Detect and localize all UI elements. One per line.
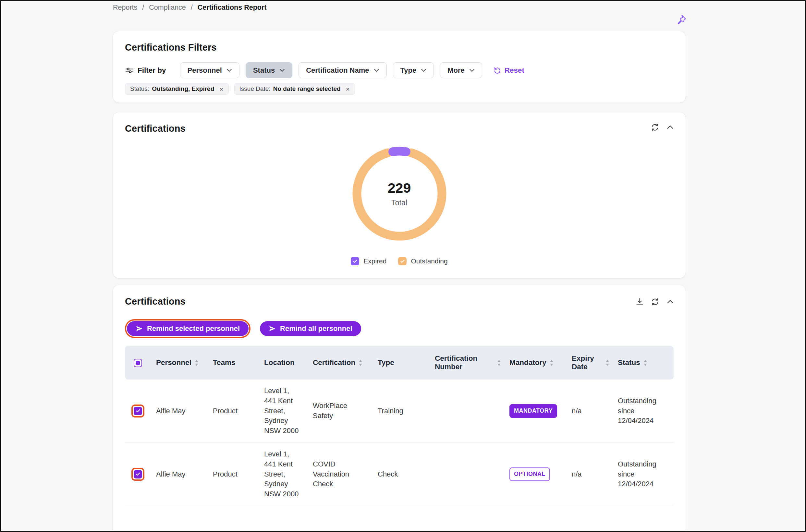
table-header-row: Personnel Teams Location Certification — [125, 346, 674, 380]
collapse-icon[interactable] — [666, 123, 675, 132]
cell-certification-number — [430, 380, 504, 443]
select-all-checkbox[interactable] — [134, 359, 142, 367]
certifications-chart-card: Certifications 229 Total — [113, 112, 686, 278]
chevron-down-icon — [469, 69, 475, 72]
cell-teams: Product — [208, 380, 259, 443]
highlight-ring — [131, 404, 144, 417]
collapse-icon[interactable] — [666, 298, 675, 306]
highlight-ring: Remind selected personnel — [125, 319, 250, 338]
pin-icon[interactable] — [675, 14, 687, 26]
column-header-certification[interactable]: Certification — [307, 346, 373, 380]
filters-card-title: Certifications Filters — [125, 42, 674, 53]
sort-icon — [359, 360, 362, 366]
table-row: Alfie May Product Level 1, 441 Kent Stre… — [125, 443, 674, 506]
sort-icon — [195, 360, 199, 366]
donut-total-value: 229 — [388, 180, 411, 196]
breadcrumb-current-page: Certifications Report — [198, 4, 267, 12]
remind-selected-personnel-button[interactable]: Remind selected personnel — [127, 321, 248, 336]
optional-badge: OPTIONAL — [509, 468, 550, 481]
row-checkbox[interactable] — [134, 407, 142, 415]
filter-dropdown-certification-name[interactable]: Certification Name — [299, 62, 387, 78]
donut-center-label: 229 Total — [351, 145, 448, 242]
sort-icon — [497, 360, 501, 366]
cell-mandatory: OPTIONAL — [504, 443, 566, 506]
breadcrumb-separator: / — [142, 4, 144, 12]
legend-item-outstanding: Outstanding — [398, 257, 447, 265]
chart-legend: Expired Outstanding — [113, 257, 686, 265]
sort-icon — [643, 360, 647, 366]
remind-all-personnel-button[interactable]: Remind all personnel — [260, 321, 361, 336]
breadcrumb-separator: / — [191, 4, 193, 12]
cell-mandatory: MANDATORY — [504, 380, 566, 443]
cell-expiry-date: n/a — [566, 380, 613, 443]
sort-icon — [605, 360, 610, 366]
refresh-icon[interactable] — [651, 298, 659, 306]
send-icon — [136, 325, 143, 332]
legend-checkbox-outstanding[interactable] — [398, 257, 407, 265]
chevron-down-icon — [421, 69, 426, 72]
certifications-filters-card: Certifications Filters Filter by Personn… — [113, 31, 686, 102]
cell-personnel: Alfie May — [151, 443, 208, 506]
certifications-report-page: Reports / Compliance / Certifications Re… — [0, 0, 806, 532]
column-header-status[interactable]: Status — [613, 346, 674, 380]
table-row: Alfie May Product Level 1, 441 Kent Stre… — [125, 380, 674, 443]
breadcrumb: Reports / Compliance / Certifications Re… — [113, 4, 266, 12]
column-header-teams: Teams — [208, 346, 259, 380]
filter-row: Filter by Personnel Status Certification… — [125, 62, 674, 78]
chevron-down-icon — [279, 69, 285, 72]
column-header-type: Type — [373, 346, 430, 380]
chip-close-icon[interactable]: × — [219, 86, 223, 92]
refresh-icon[interactable] — [651, 123, 659, 132]
filter-dropdown-personnel[interactable]: Personnel — [180, 62, 240, 78]
chart-card-title: Certifications — [125, 123, 674, 134]
filter-dropdown-status[interactable]: Status — [246, 62, 292, 78]
send-icon — [269, 325, 276, 332]
breadcrumb-compliance[interactable]: Compliance — [149, 4, 186, 12]
certifications-table-card: Certifications Remind sele — [113, 285, 686, 532]
cell-certification: WorkPlace Safety — [307, 380, 373, 443]
column-header-personnel[interactable]: Personnel — [151, 346, 208, 380]
cell-status: Outstanding since 12/04/2024 — [613, 443, 674, 506]
column-header-location: Location — [259, 346, 307, 380]
active-filter-chips: Status: Outstanding, Expired × Issue Dat… — [125, 83, 674, 95]
donut-chart: 229 Total — [351, 145, 448, 242]
reset-filters-button[interactable]: Reset — [493, 66, 524, 75]
cell-personnel: Alfie May — [151, 380, 208, 443]
download-icon[interactable] — [635, 298, 644, 306]
cell-expiry-date: n/a — [566, 443, 613, 506]
remind-buttons-row: Remind selected personnel Remind all per… — [125, 319, 674, 338]
cell-certification: COVID Vaccination Check — [307, 443, 373, 506]
table-card-title: Certifications — [125, 296, 674, 307]
chip-close-icon[interactable]: × — [346, 86, 350, 92]
column-header-certification-number[interactable]: Certification Number — [430, 346, 504, 380]
filter-dropdown-type[interactable]: Type — [393, 62, 434, 78]
sort-icon — [550, 360, 554, 366]
cell-teams: Product — [208, 443, 259, 506]
column-header-mandatory[interactable]: Mandatory — [504, 346, 566, 380]
select-all-checkbox-header[interactable] — [125, 346, 151, 380]
chip-status-filter: Status: Outstanding, Expired × — [125, 83, 229, 95]
reset-icon — [493, 66, 501, 74]
cell-status: Outstanding since 12/04/2024 — [613, 380, 674, 443]
filter-sliders-icon — [125, 66, 133, 75]
filter-dropdown-more[interactable]: More — [440, 62, 482, 78]
chip-issue-date-filter: Issue Date: No date range selected × — [234, 83, 355, 95]
breadcrumb-reports[interactable]: Reports — [113, 4, 137, 12]
legend-item-expired: Expired — [351, 257, 387, 265]
column-header-expiry-date[interactable]: Expiry Date — [566, 346, 613, 380]
cell-location: Level 1, 441 Kent Street, Sydney NSW 200… — [259, 380, 307, 443]
cell-type: Training — [373, 380, 430, 443]
legend-checkbox-expired[interactable] — [351, 257, 359, 265]
cell-certification-number — [430, 443, 504, 506]
row-checkbox[interactable] — [134, 470, 142, 478]
chevron-down-icon — [226, 69, 232, 72]
highlight-ring — [131, 468, 144, 481]
filter-by-label: Filter by — [125, 66, 166, 75]
donut-total-caption: Total — [391, 198, 407, 207]
cell-type: Check — [373, 443, 430, 506]
chevron-down-icon — [374, 69, 379, 72]
cell-location: Level 1, 441 Kent Street, Sydney NSW 200… — [259, 443, 307, 506]
mandatory-badge: MANDATORY — [509, 404, 557, 417]
certifications-table: Personnel Teams Location Certification — [125, 346, 674, 506]
